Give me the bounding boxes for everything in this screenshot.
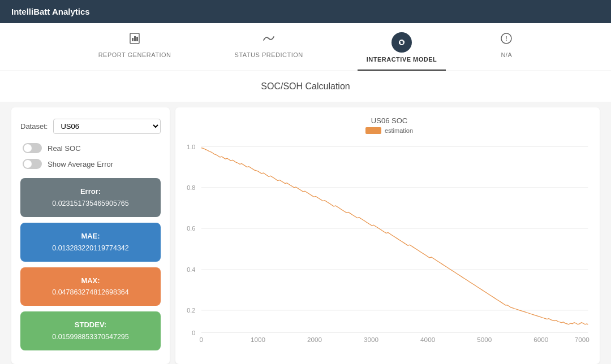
tab-interactive-label: INTERACTIVE MODEL [367, 56, 437, 63]
svg-text:0.4: 0.4 [187, 267, 195, 273]
page-title: SOC/SOH Calculation [0, 71, 611, 102]
metric-stddev-value: 0.015998853370547295 [29, 331, 152, 343]
svg-text:1000: 1000 [251, 336, 265, 343]
tab-report-label: REPORT GENERATION [98, 51, 171, 58]
nav-tabs: REPORT GENERATION STATUS PREDICTION INTE… [0, 23, 611, 71]
dataset-select[interactable]: US06 UDDS LA92 [53, 119, 161, 134]
avg-error-label: Show Average Error [48, 160, 113, 168]
svg-rect-3 [136, 37, 138, 41]
svg-text:6000: 6000 [533, 336, 548, 343]
report-icon [128, 32, 141, 48]
chart-area: US06 SOC estimation 1.0 0.8 0.6 0.4 0.2 … [175, 107, 600, 364]
svg-text:5000: 5000 [477, 336, 492, 343]
app-title: IntelliBatt Analytics [11, 7, 90, 16]
chart-svg: 1.0 0.8 0.6 0.4 0.2 0 0 1000 2000 3000 4… [184, 138, 594, 343]
metrics-container: Error: 0.023151735465905765 MAE: 0.01328… [20, 178, 161, 350]
svg-text:3000: 3000 [364, 336, 378, 343]
dataset-label: Dataset: [20, 122, 48, 131]
soc-line [201, 148, 588, 324]
metric-max: MAX: 0.047863274812698364 [20, 267, 161, 306]
svg-text:1.0: 1.0 [187, 144, 195, 150]
tab-interactive[interactable]: INTERACTIVE MODEL [358, 28, 446, 71]
svg-text:0: 0 [200, 336, 204, 343]
svg-text:0: 0 [192, 330, 195, 336]
tab-status[interactable]: STATUS PREDICTION [226, 28, 312, 71]
app-topbar: IntelliBatt Analytics [0, 0, 611, 23]
legend-label: estimation [385, 127, 413, 134]
metric-max-value: 0.047863274812698364 [29, 287, 152, 298]
svg-text:2000: 2000 [307, 336, 322, 343]
svg-text:0.2: 0.2 [187, 307, 195, 314]
real-soc-label: Real SOC [48, 144, 81, 153]
metric-stddev-title: STDDEV: [29, 319, 152, 331]
chart-title: US06 SOC [184, 116, 594, 125]
avg-error-toggle-row: Show Average Error [20, 159, 161, 169]
tab-na-label: N/A [501, 51, 512, 58]
metric-error: Error: 0.023151735465905765 [20, 178, 161, 217]
svg-rect-2 [134, 36, 136, 41]
tab-report[interactable]: REPORT GENERATION [89, 28, 180, 71]
svg-text:0.6: 0.6 [187, 226, 195, 232]
svg-text:0.8: 0.8 [187, 185, 195, 191]
tab-status-label: STATUS PREDICTION [235, 51, 303, 58]
status-icon [263, 32, 275, 48]
svg-rect-1 [132, 38, 134, 41]
chart-legend: estimation [184, 127, 594, 134]
sidebar: Dataset: US06 UDDS LA92 Real SOC Show Av… [11, 107, 170, 364]
main-content: Dataset: US06 UDDS LA92 Real SOC Show Av… [0, 102, 611, 364]
chart-container: 1.0 0.8 0.6 0.4 0.2 0 0 1000 2000 3000 4… [184, 138, 594, 343]
tab-na[interactable]: ! N/A [491, 28, 522, 71]
metric-mae-title: MAE: [29, 231, 152, 242]
dataset-row: Dataset: US06 UDDS LA92 [20, 119, 161, 134]
metric-mae: MAE: 0.013283220119774342 [20, 223, 161, 262]
svg-text:4000: 4000 [420, 336, 435, 343]
real-soc-toggle-row: Real SOC [20, 143, 161, 153]
svg-text:!: ! [505, 35, 507, 42]
metric-error-value: 0.023151735465905765 [29, 198, 152, 209]
svg-text:7000: 7000 [575, 336, 590, 343]
metric-error-title: Error: [29, 186, 152, 198]
metric-mae-value: 0.013283220119774342 [29, 242, 152, 254]
metric-max-title: MAX: [29, 275, 152, 287]
real-soc-toggle[interactable] [23, 143, 42, 153]
na-icon: ! [500, 32, 513, 48]
avg-error-toggle[interactable] [23, 159, 42, 169]
metric-stddev: STDDEV: 0.015998853370547295 [20, 311, 161, 350]
interactive-icon [391, 32, 412, 53]
legend-color-box [365, 127, 381, 134]
